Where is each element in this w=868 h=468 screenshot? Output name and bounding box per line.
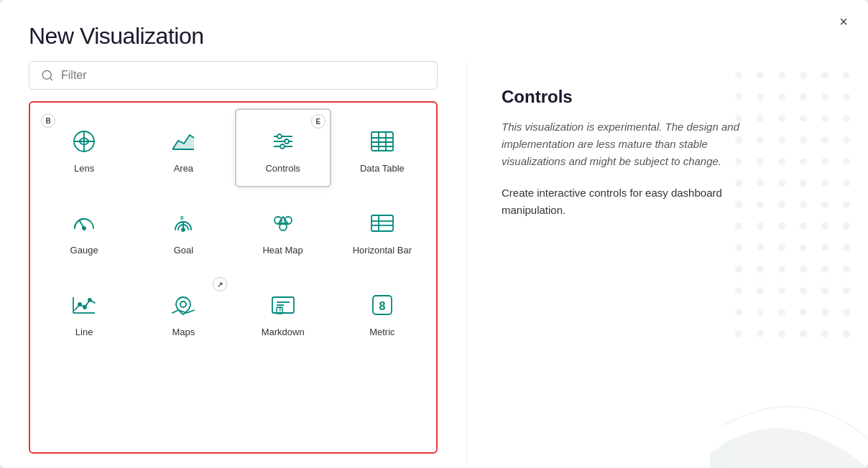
svg-point-82 [778,201,785,208]
horizontal-bar-label: Horizontal Bar [353,245,412,256]
modal-body: B Lens [0,61,868,468]
vis-item-horizontal-bar[interactable]: Horizontal Bar [334,190,430,269]
data-table-icon [366,126,398,157]
svg-point-97 [843,244,850,251]
svg-text:8: 8 [180,215,184,221]
svg-rect-27 [371,215,393,231]
vis-item-maps[interactable]: ↗ Maps [135,272,231,351]
vis-item-data-table[interactable]: Data Table [334,108,430,187]
svg-point-85 [843,201,850,208]
horizontal-bar-icon [366,207,398,239]
svg-point-70 [778,158,785,165]
markdown-icon: T [267,289,299,321]
metric-label: Metric [369,327,394,337]
svg-point-44 [735,72,742,79]
svg-point-104 [735,287,742,294]
svg-point-34 [83,306,86,309]
data-table-label: Data Table [360,163,405,174]
svg-point-45 [757,72,764,79]
svg-point-110 [735,309,742,316]
svg-point-79 [843,179,850,187]
svg-point-103 [843,266,850,273]
vis-item-heat-map[interactable]: Heat Map [235,190,331,269]
svg-point-10 [277,134,282,139]
svg-point-69 [757,158,764,165]
line-label: Line [75,327,93,337]
vis-item-lens[interactable]: B Lens [36,108,132,187]
modal-header: New Visualization × [0,0,868,61]
background-dots [724,61,868,468]
svg-point-112 [778,309,785,316]
panel-title: Controls [502,87,839,107]
metric-icon: 8 [366,289,398,321]
svg-point-108 [821,287,828,294]
gauge-icon [68,207,100,239]
svg-point-76 [778,179,785,187]
svg-point-47 [800,72,807,79]
controls-label: Controls [265,163,300,174]
panel-description: This visualization is experimental. The … [502,118,746,170]
svg-point-88 [778,223,785,230]
svg-point-106 [778,287,785,294]
svg-point-113 [800,309,807,316]
heat-map-label: Heat Map [262,245,303,256]
svg-rect-13 [371,132,393,151]
svg-point-33 [78,303,81,306]
background-wave [710,253,868,468]
search-icon [41,69,54,82]
vis-item-gauge[interactable]: Gauge [36,190,132,269]
badge-experimental: E [311,114,326,128]
svg-point-73 [843,158,850,165]
svg-point-96 [821,244,828,251]
svg-point-117 [757,330,764,337]
svg-point-63 [757,136,764,144]
filter-input[interactable] [61,69,425,82]
svg-point-84 [821,201,828,208]
area-label: Area [174,163,193,174]
svg-point-100 [778,266,785,273]
svg-point-101 [800,266,807,273]
svg-point-58 [778,115,785,122]
svg-point-118 [778,330,785,337]
svg-point-111 [757,309,764,316]
lens-icon [68,126,100,157]
vis-item-markdown[interactable]: T Markdown [235,272,331,351]
svg-point-67 [843,136,850,144]
svg-point-107 [800,287,807,294]
left-panel: B Lens [0,61,467,468]
svg-point-94 [778,244,785,251]
svg-point-91 [843,223,850,230]
goal-icon: 8 [167,207,199,239]
gauge-label: Gauge [70,245,98,256]
vis-item-metric[interactable]: 8 Metric [334,272,430,351]
svg-point-89 [800,223,807,230]
svg-line-1 [50,78,52,80]
svg-point-105 [757,287,764,294]
svg-point-116 [735,330,742,337]
vis-item-goal[interactable]: 8 Goal [135,190,231,269]
svg-point-48 [821,72,828,79]
svg-point-35 [88,299,91,301]
svg-point-46 [778,72,785,79]
new-visualization-modal: New Visualization × B [0,0,868,468]
maps-label: Maps [172,327,195,337]
svg-point-109 [843,287,850,294]
svg-point-22 [182,228,185,231]
svg-point-119 [800,330,807,337]
svg-point-55 [843,93,850,100]
vis-item-line[interactable]: Line [36,272,132,351]
svg-point-59 [800,115,807,122]
svg-point-98 [735,266,742,273]
svg-point-121 [843,330,850,337]
svg-point-120 [821,330,828,337]
vis-item-controls[interactable]: E Controls [235,108,331,187]
svg-point-60 [821,115,828,122]
markdown-label: Markdown [262,327,305,337]
svg-point-65 [800,136,807,144]
close-button[interactable]: × [834,11,854,32]
svg-point-81 [757,201,764,208]
svg-point-72 [821,158,828,165]
svg-point-75 [757,179,764,187]
vis-item-area[interactable]: Area [135,108,231,187]
filter-bar[interactable] [29,61,438,90]
